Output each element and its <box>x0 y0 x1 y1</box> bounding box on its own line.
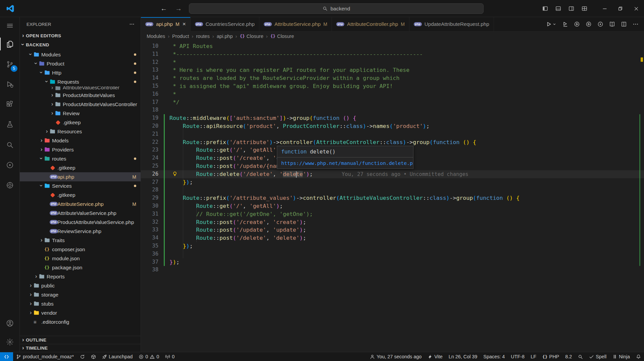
tree-item-traits[interactable]: ›Traits <box>20 236 141 245</box>
tree-item-attributeservice-php[interactable]: phpAttributeService.phpM <box>20 199 141 209</box>
notifications-button[interactable] <box>633 352 644 361</box>
code-line-19[interactable]: 19Route::middleware(['auth:sanctum'])->g… <box>141 114 644 122</box>
tree-item-api-php[interactable]: phpapi.phpM <box>20 172 141 181</box>
code-line-16[interactable]: 16 * <box>141 90 644 98</box>
tree-item-gitkeep[interactable]: .gitkeep <box>20 163 141 172</box>
code-editor[interactable]: 10 * API Routes11 *---------------------… <box>141 41 644 352</box>
sync-changes-button[interactable] <box>77 352 88 361</box>
close-icon[interactable]: × <box>183 21 186 28</box>
code-line-31[interactable]: 31 // Route::get('/getOne', 'getOne'); <box>141 210 644 218</box>
extensions-icon[interactable] <box>0 94 20 115</box>
tree-item-productattributevaluescontroller[interactable]: ›ProductAttributeValuesController <box>20 100 141 109</box>
tab-updateattributerequest-php[interactable]: phpUpdateAttributeRequest.php <box>409 17 494 31</box>
more-actions-button[interactable] <box>633 21 639 27</box>
tree-item-resources[interactable]: ›Resources <box>20 127 141 136</box>
run-debug-icon[interactable] <box>0 74 20 94</box>
ports-button[interactable]: 0 <box>162 352 178 361</box>
breadcrumb-item-modules-0[interactable]: Modules <box>147 34 165 39</box>
tree-item-storage[interactable]: ›storage <box>20 290 141 299</box>
code-line-18[interactable]: 18 <box>141 106 644 114</box>
tree-item-providers[interactable]: ›Providers <box>20 145 141 154</box>
more-actions-icon[interactable] <box>129 21 135 27</box>
tree-item-editorconfig[interactable]: ≡.editorconfig <box>20 317 141 326</box>
git-branch-button[interactable]: product_module_moaz* <box>13 352 77 361</box>
tree-item-services[interactable]: ›Services <box>20 181 141 190</box>
lightbulb-icon[interactable] <box>172 171 178 177</box>
search-icon[interactable] <box>0 135 20 155</box>
code-line-36[interactable]: 36 <box>141 250 644 258</box>
breadcrumb-item-product-1[interactable]: Product <box>172 34 189 39</box>
tab-attributecontroller-php[interactable]: phpAttributeController.phpM <box>332 17 409 31</box>
code-line-37[interactable]: 37}); <box>141 258 644 266</box>
eol-status[interactable]: LF <box>528 352 539 361</box>
toggle-primary-sidebar-button[interactable] <box>542 6 548 11</box>
forward-button[interactable]: → <box>175 5 182 12</box>
code-line-13[interactable]: 13 * Here is where you can register API … <box>141 66 644 74</box>
menu-icon[interactable] <box>0 17 20 34</box>
tree-item-gitkeep[interactable]: .gitkeep <box>20 118 141 127</box>
tree-item-reports[interactable]: ›Reports <box>20 272 141 281</box>
package-button[interactable] <box>88 352 99 361</box>
tree-item-composer-json[interactable]: {}composer.json <box>20 245 141 254</box>
code-line-15[interactable]: 15 * is assigned the "api" middleware gr… <box>141 82 644 90</box>
problems-button[interactable]: 00 <box>136 352 162 361</box>
split-editor-button[interactable] <box>621 21 627 27</box>
code-line-21[interactable]: 21 <box>141 130 644 138</box>
settings-icon[interactable] <box>0 332 20 351</box>
remote-explorer-icon[interactable] <box>0 155 20 175</box>
close-button[interactable] <box>628 0 644 17</box>
tree-item-reviewservice-php[interactable]: phpReviewService.php <box>20 227 141 236</box>
breadcrumb-item-routes-2[interactable]: routes <box>196 34 210 39</box>
testing-icon[interactable] <box>0 115 20 135</box>
code-line-26[interactable]: 26 Route::delete('/delete', 'delete');Yo… <box>141 170 644 178</box>
tree-item-http[interactable]: ›Http <box>20 68 141 77</box>
tree-item-models[interactable]: ›Models <box>20 136 141 145</box>
workspace-root[interactable]: › BACKEND <box>20 40 141 49</box>
tree-item-routes[interactable]: ›routes <box>20 154 141 163</box>
code-line-29[interactable]: 29 Route::prefix('/attribute_values')->c… <box>141 194 644 202</box>
cursor-position-status[interactable]: Ln 26, Col 39 <box>446 352 481 361</box>
customize-layout-button[interactable] <box>582 6 587 11</box>
remote-indicator[interactable] <box>0 352 13 361</box>
code-line-20[interactable]: 20 Route::apiResource('product', Product… <box>141 122 644 130</box>
test-debug-button[interactable] <box>586 21 592 27</box>
breadcrumb-item-closure-4[interactable]: {}Closure <box>240 34 263 39</box>
code-line-28[interactable]: 28 <box>141 186 644 194</box>
tab-attributeservice-php[interactable]: phpAttributeService.phpM <box>259 17 332 31</box>
tree-item-review[interactable]: ›Review <box>20 109 141 118</box>
open-editors-section[interactable]: › OPEN EDITORS <box>20 31 141 40</box>
toggle-secondary-sidebar-button[interactable] <box>568 6 574 11</box>
tree-item-attributevaluescontroller[interactable]: ›AttributeValuesController <box>20 86 141 91</box>
spell-status[interactable]: Spell <box>586 352 609 361</box>
code-line-30[interactable]: 30 Route::get('/', 'getAll'); <box>141 202 644 210</box>
tree-item-attributevalueservice-php[interactable]: phpAttributeValueService.php <box>20 209 141 218</box>
code-line-12[interactable]: 12 * <box>141 58 644 66</box>
code-line-38[interactable]: 38 <box>141 266 644 274</box>
code-line-22[interactable]: 22 Route::prefix('/attribute')->controll… <box>141 138 644 146</box>
tree-item-requests[interactable]: ›Requests <box>20 77 141 86</box>
run-below-button[interactable] <box>562 21 568 27</box>
breadcrumb-item-api-php-3[interactable]: api.php <box>217 34 233 39</box>
code-line-27[interactable]: 27 }); <box>141 178 644 186</box>
code-line-34[interactable]: 34 Route::post('/delete', 'delete'); <box>141 234 644 242</box>
run-button[interactable] <box>546 21 556 27</box>
minimize-button[interactable] <box>597 0 612 17</box>
tree-item-module-json[interactable]: {}module.json <box>20 254 141 263</box>
tree-item-gitkeep[interactable]: .gitkeep <box>20 190 141 199</box>
code-line-33[interactable]: 33 Route::post('/update', 'update'); <box>141 226 644 234</box>
outline-section[interactable]: › OUTLINE <box>20 336 141 344</box>
gitlens-icon[interactable] <box>0 175 20 195</box>
tree-item-package-json[interactable]: {}package.json <box>20 263 141 272</box>
toggle-panel-button[interactable] <box>555 6 561 11</box>
indentation-status[interactable]: Spaces: 4 <box>480 352 508 361</box>
accounts-icon[interactable] <box>0 314 20 332</box>
git-blame-status[interactable]: You, 27 seconds ago <box>367 352 425 361</box>
tree-item-modules[interactable]: ›Modules <box>20 50 141 59</box>
tree-item-productattributevalueservice-php[interactable]: phpProductAttributeValueService.php <box>20 218 141 227</box>
language-mode-status[interactable]: {}PHP <box>539 352 562 361</box>
code-line-32[interactable]: 32 Route::post('/create', 'create'); <box>141 218 644 226</box>
open-preview-button[interactable] <box>609 21 615 27</box>
intelephense-status[interactable] <box>575 352 586 361</box>
ninja-status[interactable]: Ninja <box>609 352 633 361</box>
coverage-button[interactable] <box>597 21 603 27</box>
